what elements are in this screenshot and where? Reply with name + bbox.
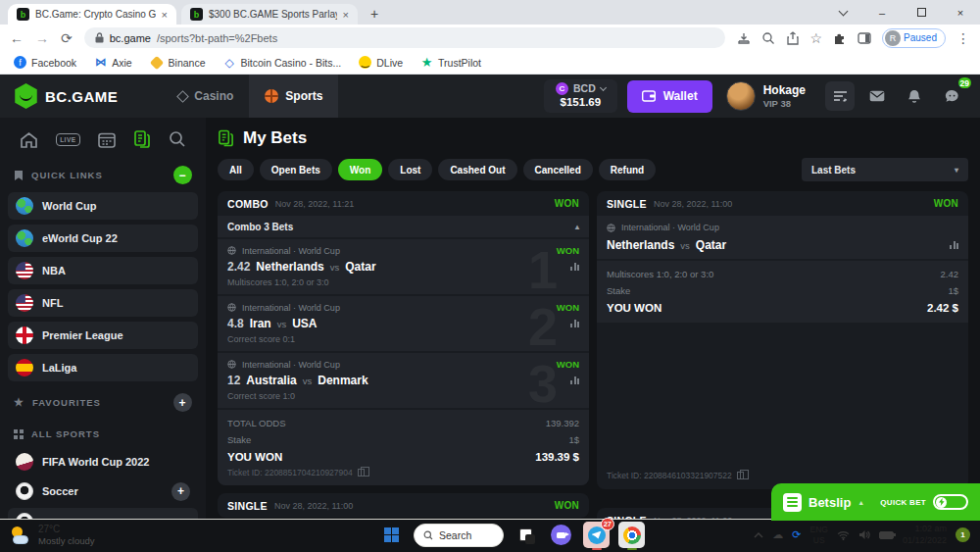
- bet-leg-3[interactable]: 3 International · World Cup WON 12 Austr…: [218, 353, 589, 408]
- filter-cancelled[interactable]: Cancelled: [523, 159, 593, 180]
- side-panel-icon[interactable]: [858, 31, 871, 45]
- reload-button[interactable]: ⟳: [61, 31, 73, 45]
- bcgame-logo[interactable]: BC.GAME: [14, 83, 118, 109]
- stats-icon[interactable]: [950, 241, 958, 249]
- bet-queue-button[interactable]: [825, 81, 855, 111]
- zoom-app-button[interactable]: [548, 522, 574, 548]
- onedrive-icon[interactable]: ☁: [772, 529, 783, 540]
- stats-icon[interactable]: [570, 376, 579, 384]
- bookmark-facebook[interactable]: fFacebook: [14, 56, 76, 69]
- sidebar-item-premier-league[interactable]: Premier League: [8, 322, 198, 349]
- wallet-button[interactable]: Wallet: [627, 80, 712, 113]
- maximize-button[interactable]: [902, 0, 941, 25]
- diamond-icon: [176, 90, 189, 103]
- search-icon[interactable]: [169, 130, 186, 148]
- sidebar-item-world-cup[interactable]: World Cup: [8, 192, 198, 220]
- volume-icon[interactable]: [858, 529, 870, 540]
- sort-dropdown[interactable]: Last Bets ▾: [802, 158, 968, 181]
- sidebar-item-nfl[interactable]: NFL: [8, 289, 198, 317]
- minimize-button[interactable]: –: [862, 0, 902, 25]
- language-switcher[interactable]: ENG US: [810, 525, 828, 545]
- copy-icon[interactable]: [358, 469, 365, 477]
- new-tab-button[interactable]: +: [364, 3, 385, 25]
- currency-selector[interactable]: C BCD $151.69: [544, 79, 617, 113]
- tab-close-icon[interactable]: ×: [162, 9, 168, 21]
- single-bet-card[interactable]: SINGLE Nov 28, 2022, 11:00 WON Internati…: [597, 191, 968, 489]
- bookmark-dlive[interactable]: ‿DLive: [359, 56, 403, 69]
- tab-search-icon[interactable]: [823, 0, 862, 25]
- odds-value: 4.8: [227, 317, 244, 330]
- stats-icon[interactable]: [570, 263, 579, 271]
- back-button[interactable]: ←: [10, 31, 24, 45]
- sidebar-item-fifa-world-cup[interactable]: FIFA World Cup 2022: [8, 447, 198, 477]
- install-icon[interactable]: [737, 31, 751, 45]
- battery-icon[interactable]: [879, 531, 894, 539]
- calendar-icon[interactable]: [98, 131, 116, 148]
- chevron-up-icon[interactable]: [754, 532, 763, 538]
- telegram-app-button[interactable]: 27: [583, 522, 610, 548]
- bookmark-trustpilot[interactable]: ★TrustPilot: [420, 56, 481, 69]
- expand-soccer-button[interactable]: +: [172, 482, 190, 501]
- filter-lost[interactable]: Lost: [388, 159, 432, 180]
- single-bet-card-partial[interactable]: SINGLE Nov 28, 2022, 11:00 WON: [218, 493, 589, 518]
- share-icon[interactable]: [786, 31, 800, 45]
- nav-casino[interactable]: Casino: [163, 75, 249, 118]
- notification-badge[interactable]: 1: [956, 527, 970, 542]
- quick-bet-toggle[interactable]: [933, 494, 968, 510]
- favourites-title: FAVOURITES: [32, 397, 101, 408]
- taskbar-search[interactable]: Search: [414, 524, 504, 547]
- profile-chip[interactable]: R Paused: [882, 28, 946, 48]
- ticket-id: Ticket ID: 2208851704210927904: [227, 468, 353, 477]
- filter-won[interactable]: Won: [338, 159, 382, 180]
- sidebar-item-partial[interactable]: [8, 508, 198, 519]
- browser-tab-2[interactable]: b $300 BC.GAME Sports Parlays Ch ×: [181, 4, 358, 25]
- sidebar-item-nba[interactable]: NBA: [8, 257, 198, 284]
- zoom-icon[interactable]: [761, 31, 775, 45]
- browser-tab-1[interactable]: b BC.Game: Crypto Casino Games ×: [8, 4, 176, 25]
- sidebar-item-eworld-cup[interactable]: eWorld Cup 22: [8, 225, 198, 252]
- filter-open-bets[interactable]: Open Bets: [260, 159, 332, 180]
- nav-sports[interactable]: Sports: [249, 75, 338, 118]
- url-field[interactable]: bc.game/sports?bt-path=%2Fbets: [84, 27, 725, 48]
- notifications-button[interactable]: [900, 81, 929, 111]
- bookmark-star-icon[interactable]: ☆: [810, 31, 823, 45]
- sync-icon[interactable]: ⟳: [792, 529, 801, 540]
- copy-icon[interactable]: [737, 472, 744, 479]
- combo-bet-card[interactable]: COMBO Nov 28, 2022, 11:21 WON Combo 3 Be…: [218, 191, 589, 485]
- sidebar-item-soccer[interactable]: Soccer+: [8, 477, 198, 506]
- forward-button[interactable]: →: [35, 31, 49, 45]
- taskbar-clock[interactable]: 1:02 am 01/12/2022: [903, 524, 947, 546]
- bookmark-bitcoin-casino[interactable]: ◇Bitcoin Casino - Bits...: [223, 56, 342, 69]
- weather-widget[interactable]: 27°C Mostly cloudy: [0, 524, 95, 547]
- close-button[interactable]: ×: [941, 0, 980, 25]
- combo-group-row[interactable]: Combo 3 Bets ▴: [218, 216, 589, 237]
- home-icon[interactable]: [20, 131, 38, 148]
- wifi-icon[interactable]: [837, 530, 850, 540]
- sidebar-item-laliga[interactable]: LaLiga: [8, 354, 198, 381]
- chrome-app-button[interactable]: [618, 522, 645, 548]
- collapse-icon: ▴: [575, 223, 579, 231]
- bet-leg-2[interactable]: 2 International · World Cup WON 4.8 Iran…: [218, 296, 589, 351]
- my-bets-icon[interactable]: [133, 130, 151, 148]
- filter-all[interactable]: All: [218, 159, 254, 180]
- stats-icon[interactable]: [570, 320, 579, 327]
- live-icon[interactable]: LIVE: [56, 133, 79, 146]
- tab-close-icon[interactable]: ×: [343, 9, 349, 21]
- chat-button[interactable]: 29: [937, 81, 966, 111]
- extensions-icon[interactable]: [833, 31, 847, 45]
- collapse-quick-links-button[interactable]: −: [173, 166, 192, 184]
- add-favourite-button[interactable]: +: [173, 393, 192, 412]
- task-view-button[interactable]: [513, 522, 539, 548]
- filter-cashed-out[interactable]: Cashed Out: [438, 159, 516, 180]
- bookmark-axie[interactable]: ⋈Axie: [94, 56, 131, 69]
- start-button[interactable]: [378, 522, 405, 548]
- bet-leg-1[interactable]: 1 International · World Cup WON 2.42 Net…: [218, 239, 589, 294]
- search-label: Search: [439, 529, 471, 541]
- bookmark-binance[interactable]: Binance: [150, 57, 206, 69]
- bet-summary: TOTAL ODDS139.392 Stake1$ YOU WON139.39 …: [218, 410, 589, 485]
- menu-icon[interactable]: ⋮: [956, 31, 970, 45]
- user-profile[interactable]: Hokage VIP 38: [726, 81, 806, 111]
- filter-refund[interactable]: Refund: [599, 159, 656, 180]
- betslip-button[interactable]: Betslip ▲ QUICK BET: [771, 483, 980, 521]
- messages-button[interactable]: [862, 81, 892, 111]
